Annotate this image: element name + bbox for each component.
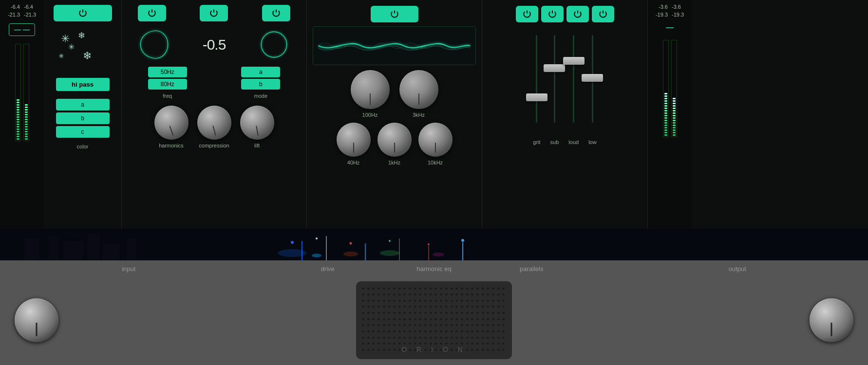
parallels-power-3[interactable] [566,6,589,22]
sparkle-4: ❄ [83,50,92,62]
grille-dot [482,330,484,332]
compression-knob[interactable] [197,106,231,140]
grille-dot [362,299,364,302]
comp-power-button-2[interactable] [200,5,228,21]
output-knob[interactable] [810,298,853,342]
grille-dot [471,336,473,339]
grille-dot [487,330,489,332]
parallels-power-icon-1 [523,10,531,18]
parallels-section-label: parallels [520,265,543,273]
grille-dot [398,305,401,308]
input-meter-right [23,44,29,225]
parallels-power-icon-3 [573,10,582,18]
stereo-link[interactable]: — — [9,23,35,36]
grille-dot [424,330,427,332]
color-section-label: color [77,144,89,149]
parallels-power-2[interactable] [541,6,564,22]
grille-dot [372,287,375,290]
heq-power-button[interactable] [371,6,418,22]
grille-dot [466,318,469,320]
eq-10khz-knob[interactable] [418,123,453,157]
grille-dot [461,318,463,320]
color-c-button[interactable]: c [56,126,110,138]
grille-dot [487,299,489,302]
grille-dot [502,299,505,302]
grille-dot [393,293,396,295]
hipass-button[interactable]: hi pass [56,78,110,91]
input-db-top: -6.4 -6.4 [11,4,33,10]
input-knob[interactable] [15,298,58,342]
grille-dot [466,324,469,326]
heq-row1: 100Hz 3kHz [351,70,438,118]
grille-dot [455,305,458,308]
grille-dot [497,311,500,314]
mode-btn-2[interactable]: b [241,79,280,90]
parallels-power-4[interactable] [592,6,614,22]
bottom-controls: O R I O N [15,281,853,359]
lift-knob[interactable] [240,106,274,140]
grit-fader-thumb[interactable] [526,93,547,101]
output-db-right: -3.6 [672,4,681,10]
output-stereo-link[interactable]: — [666,23,674,32]
grille-dot [372,324,375,326]
parallels-power-1[interactable] [516,6,538,22]
loud-fader-thumb[interactable] [563,57,585,65]
grille-dot [482,324,484,326]
grille-dot [377,348,380,351]
harmonics-knob-group: harmonics [154,106,189,148]
eq-1khz-knob[interactable] [377,123,412,157]
grille-dot [388,318,390,320]
grille-dot [383,299,385,302]
grille-dot [372,330,375,332]
eq-100hz-knob[interactable] [351,70,390,109]
harmonics-knob[interactable] [154,106,189,140]
grille-dot [502,342,505,345]
grille-dot [497,318,500,320]
low-fader-thumb[interactable] [582,74,603,82]
grille-dot [383,305,385,308]
grille-dot [482,336,484,339]
grille-dot [502,318,505,320]
grille-dot [377,324,380,326]
grille-dot [451,336,453,339]
grille-dot [414,318,416,320]
grille-dot [403,324,406,326]
comp-power-button-3[interactable] [262,5,290,21]
grille-dot [409,342,411,345]
grille-dot [403,299,406,302]
color-a-button[interactable]: a [56,99,110,110]
grille-dot [409,336,411,339]
sub-fader-thumb[interactable] [544,64,565,72]
grille-dot [419,318,421,320]
stereo-link-icon: — — [14,26,30,34]
grille-dot [487,324,489,326]
grille-dot [362,336,364,339]
grille-dot [471,287,473,290]
grille-dot [440,330,442,332]
grille-dot [377,342,380,345]
grille-dot [398,287,401,290]
grille-dot [440,318,442,320]
color-b-button[interactable]: b [56,112,110,124]
eq-40hz-knob[interactable] [337,123,371,157]
eq-100hz-indicator [370,93,371,105]
drive-power-button[interactable] [54,5,112,21]
freq-btn-2[interactable]: 80Hz [148,79,187,90]
comp-power-button[interactable] [138,5,166,21]
grille-dot [372,318,375,320]
heq-power-row [371,4,418,22]
freq-btn-1[interactable]: 50Hz [148,67,187,77]
svg-point-9 [312,254,321,257]
grille-dot [487,336,489,339]
grille-dot [414,299,416,302]
output-knob-section [810,298,853,342]
grille-dot [409,299,411,302]
mode-btn-1[interactable]: a [241,67,280,77]
sub-fader-group: sub [550,30,559,145]
eq-3khz-knob[interactable] [399,70,438,109]
grille-dot [497,293,500,295]
waveform-display [313,26,476,65]
grille-dot [383,318,385,320]
grille-dot [434,336,437,339]
grille-dot [403,330,406,332]
